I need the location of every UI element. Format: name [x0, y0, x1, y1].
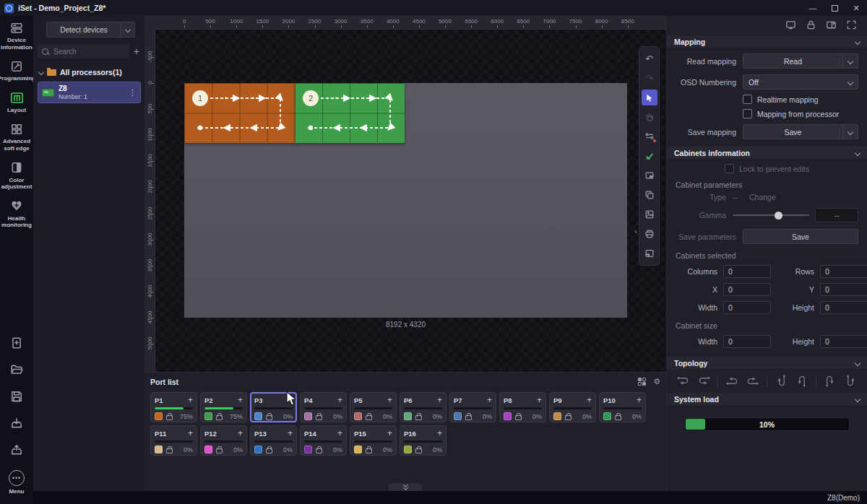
port-card-P2[interactable]: P2 + 75%: [200, 392, 247, 422]
sidebar-item-programming[interactable]: Programming: [0, 59, 33, 82]
gamma-slider[interactable]: [733, 214, 809, 216]
port-card-P16[interactable]: P16 + 0%: [400, 425, 447, 456]
realtime-mapping-checkbox-row[interactable]: Realtime mapping: [743, 95, 858, 104]
fullscreen-icon[interactable]: [846, 19, 857, 32]
monitor-icon[interactable]: [785, 19, 796, 32]
osd-numbering-select[interactable]: Off: [743, 74, 858, 90]
port-color-swatch[interactable]: [354, 446, 362, 453]
detect-devices-dropdown[interactable]: [121, 22, 134, 37]
port-add-button[interactable]: +: [337, 428, 342, 438]
port-color-swatch[interactable]: [504, 412, 512, 420]
sidebar-item-color-adjustment[interactable]: Color adjustment: [0, 161, 33, 191]
topology-snake-left-up-icon[interactable]: [746, 375, 759, 388]
port-card-P3[interactable]: P3 + 0%: [250, 392, 297, 422]
field-input-width[interactable]: 0: [723, 301, 771, 314]
topology-snake-down-left-icon[interactable]: [795, 375, 808, 388]
port-lock-icon[interactable]: [515, 415, 522, 420]
undo-icon[interactable]: ↶: [642, 51, 657, 66]
port-add-button[interactable]: +: [387, 428, 392, 438]
port-add-button[interactable]: +: [537, 395, 542, 405]
port-add-button[interactable]: +: [437, 428, 442, 438]
field-input-height[interactable]: 0: [820, 301, 867, 314]
port-add-button[interactable]: +: [188, 428, 193, 438]
port-lock-icon[interactable]: [316, 415, 322, 420]
port-lock-icon[interactable]: [465, 415, 472, 420]
port-card-P15[interactable]: P15 + 0%: [350, 425, 397, 456]
close-button[interactable]: ✕: [845, 0, 867, 16]
tree-expand-icon[interactable]: [38, 69, 44, 75]
topology-snake-left-down-icon[interactable]: [725, 375, 739, 388]
port-lock-icon[interactable]: [266, 448, 272, 453]
port-card-P13[interactable]: P13 + 0%: [250, 425, 297, 456]
select-tool-icon[interactable]: [642, 90, 657, 105]
mapping-from-processor-checkbox[interactable]: [743, 109, 752, 118]
port-lock-icon[interactable]: [615, 415, 621, 420]
panel-layout-icon[interactable]: [826, 19, 837, 32]
preview-window-icon[interactable]: [642, 168, 657, 183]
layout-canvas[interactable]: 0 500 1000 1500 2000 2500 3000 3500 4000…: [144, 16, 666, 372]
search-box[interactable]: [38, 44, 129, 58]
copy-icon[interactable]: [642, 187, 657, 203]
field-input-height[interactable]: 0: [820, 335, 867, 348]
topology-snake-up-left-icon[interactable]: [844, 375, 858, 388]
toolbar-collapse-handle[interactable]: ‹: [634, 227, 637, 235]
port-lock-icon[interactable]: [366, 448, 372, 453]
port-color-swatch[interactable]: [155, 412, 163, 420]
new-project-icon[interactable]: [10, 336, 23, 351]
system-load-section-header[interactable]: System load: [667, 393, 867, 405]
port-lock-icon[interactable]: [565, 415, 571, 420]
type-change-link[interactable]: Change: [749, 193, 776, 201]
topology-snake-right-down-icon[interactable]: [676, 375, 690, 388]
sidebar-item-menu[interactable]: ••• Menu: [9, 470, 25, 495]
mapping-section-header[interactable]: Mapping: [667, 35, 867, 48]
image-tool-icon[interactable]: [642, 207, 657, 222]
port-color-swatch[interactable]: [404, 446, 412, 453]
topology-snake-up-right-icon[interactable]: [823, 375, 837, 388]
sidebar-item-layout[interactable]: Layout: [0, 91, 33, 114]
port-card-P10[interactable]: P10 + 0%: [599, 392, 646, 422]
topology-snake-right-up-icon[interactable]: [697, 375, 711, 388]
port-color-swatch[interactable]: [603, 412, 611, 420]
open-project-icon[interactable]: [10, 363, 23, 378]
save-mapping-button[interactable]: Save: [743, 124, 858, 139]
field-input-columns[interactable]: 0: [723, 265, 771, 278]
lock-icon[interactable]: [806, 19, 816, 32]
read-mapping-dropdown[interactable]: [842, 54, 858, 68]
export-icon[interactable]: [10, 443, 23, 458]
print-icon[interactable]: [642, 226, 657, 242]
port-add-button[interactable]: +: [487, 395, 492, 405]
processor-menu-button[interactable]: ⋮: [129, 88, 137, 97]
port-lock-icon[interactable]: [415, 448, 422, 453]
port-color-swatch[interactable]: [204, 446, 212, 453]
minimize-button[interactable]: —: [802, 0, 824, 16]
port-color-swatch[interactable]: [304, 412, 312, 420]
port-view-toggle-icon[interactable]: [638, 378, 646, 386]
port-lock-icon[interactable]: [316, 448, 322, 453]
add-device-button[interactable]: +: [134, 45, 141, 57]
import-icon[interactable]: [10, 417, 23, 431]
search-input[interactable]: [52, 47, 125, 56]
port-card-P5[interactable]: P5 + 0%: [350, 392, 397, 422]
port-card-P6[interactable]: P6 + 0%: [400, 392, 447, 422]
save-mapping-dropdown[interactable]: [842, 125, 858, 139]
port-lock-icon[interactable]: [216, 448, 223, 453]
port-lock-icon[interactable]: [266, 415, 272, 420]
tree-root-all-processors[interactable]: All processors(1): [39, 68, 141, 77]
port-color-swatch[interactable]: [404, 412, 412, 420]
port-color-swatch[interactable]: [204, 412, 212, 420]
cabinets-information-section-header[interactable]: Cabinets information: [667, 147, 867, 159]
panel-collapse-tab[interactable]: [389, 483, 422, 491]
port-color-swatch[interactable]: [304, 446, 312, 453]
screen-corner-icon[interactable]: [642, 246, 657, 261]
sidebar-item-health-monitoring[interactable]: Health monitoring: [0, 199, 33, 229]
port-add-button[interactable]: +: [437, 395, 442, 405]
tree-item-z8-processor[interactable]: Z8 Number: 1 ⋮: [38, 82, 141, 103]
maximize-button[interactable]: [824, 0, 845, 16]
field-input-width[interactable]: 0: [723, 335, 771, 348]
topology-section-header[interactable]: Topology: [667, 357, 867, 369]
port-color-swatch[interactable]: [553, 412, 561, 420]
gamma-slider-thumb[interactable]: [775, 212, 782, 220]
port-add-button[interactable]: +: [288, 395, 293, 405]
port-card-P11[interactable]: P11 + 0%: [150, 425, 197, 456]
read-mapping-button[interactable]: Read: [743, 53, 858, 69]
